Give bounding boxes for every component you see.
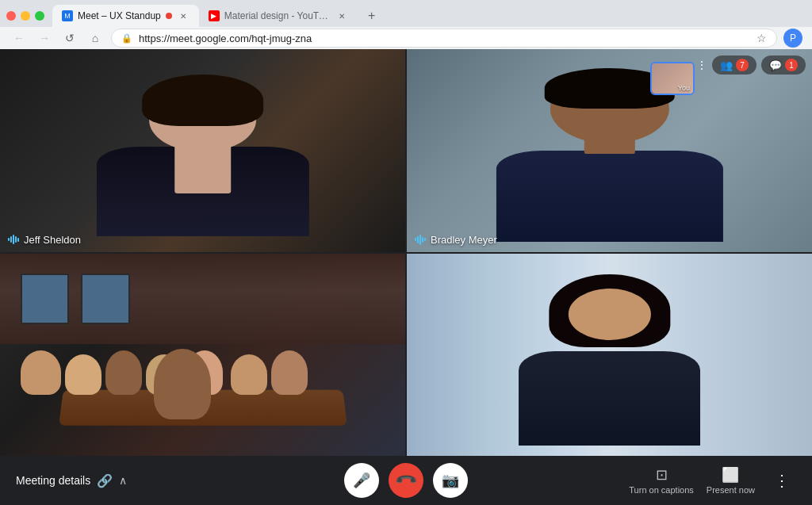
url-bar[interactable]: 🔒 https://meet.google.com/hqt-jmug-zna ☆ xyxy=(111,29,777,48)
end-call-icon: 📞 xyxy=(393,468,418,492)
meet-favicon: M xyxy=(62,10,73,21)
youtube-favicon: ▶ xyxy=(209,10,220,21)
captions-button[interactable]: ⊡ Turn on captions xyxy=(629,466,694,495)
browser-chrome: M Meet – UX Standup ✕ ▶ Material design … xyxy=(0,0,812,49)
minimize-window-button[interactable] xyxy=(21,11,30,21)
chat-icon: 💬 xyxy=(769,59,782,71)
home-button[interactable]: ⌂ xyxy=(86,29,105,48)
bradley-name: Bradley Meyer xyxy=(431,234,497,246)
tab-youtube[interactable]: ▶ Material design - YouTube ✕ xyxy=(199,5,358,27)
recording-indicator xyxy=(166,13,172,19)
bottom-toolbar: Meeting details 🔗 ∧ 🎤 📞 📷 ⊡ Turn on capt… xyxy=(0,456,812,505)
video-tile-jeff: Jeff Sheldon xyxy=(0,49,405,252)
present-label: Present now xyxy=(707,485,755,495)
people-count: 7 xyxy=(736,59,749,71)
link-icon: 🔗 xyxy=(97,473,113,488)
video-tile-group xyxy=(0,254,405,457)
mic-icon: 🎤 xyxy=(353,472,370,489)
meet-video-grid: Jeff Sheldon Bradley Meyer xyxy=(0,49,812,456)
window-controls xyxy=(6,11,44,21)
present-button[interactable]: ⬜ Present now xyxy=(707,466,755,495)
self-view-thumbnail: You xyxy=(650,62,695,95)
more-options-icon[interactable]: ⋮ xyxy=(696,59,707,71)
jeff-name: Jeff Sheldon xyxy=(24,234,81,246)
present-icon: ⬜ xyxy=(722,466,739,484)
reload-button[interactable]: ↺ xyxy=(60,29,79,48)
name-label-bradley: Bradley Meyer xyxy=(415,234,497,246)
captions-icon: ⊡ xyxy=(656,466,668,484)
mic-indicator-jeff xyxy=(8,235,19,244)
bookmark-icon[interactable]: ☆ xyxy=(756,32,767,44)
camera-button[interactable]: 📷 xyxy=(433,463,468,498)
new-tab-button[interactable]: + xyxy=(361,5,383,27)
close-window-button[interactable] xyxy=(6,11,16,21)
mute-button[interactable]: 🎤 xyxy=(344,463,379,498)
right-controls: ⊡ Turn on captions ⬜ Present now ⋮ xyxy=(629,466,796,495)
self-view-label: You xyxy=(678,84,690,92)
chat-button[interactable]: 💬 1 xyxy=(761,55,806,75)
tab-bar: M Meet – UX Standup ✕ ▶ Material design … xyxy=(0,0,812,27)
close-meet-tab[interactable]: ✕ xyxy=(177,10,190,22)
address-bar: ← → ↺ ⌂ 🔒 https://meet.google.com/hqt-jm… xyxy=(0,27,812,49)
people-icon: 👥 xyxy=(720,59,733,71)
youtube-tab-label: Material design - YouTube xyxy=(224,10,331,21)
meeting-details-label: Meeting details xyxy=(16,474,90,487)
lock-icon: 🔒 xyxy=(121,33,132,44)
chat-count: 1 xyxy=(785,59,798,71)
video-tile-female xyxy=(407,254,812,457)
meet-tab-label: Meet – UX Standup xyxy=(78,10,161,21)
end-call-button[interactable]: 📞 xyxy=(389,463,423,498)
profile-avatar[interactable]: P xyxy=(783,29,802,48)
mic-indicator-bradley xyxy=(415,235,426,244)
forward-button[interactable]: → xyxy=(35,29,54,48)
camera-icon: 📷 xyxy=(442,472,459,489)
tab-meet[interactable]: M Meet – UX Standup ✕ xyxy=(52,5,199,27)
people-button[interactable]: 👥 7 xyxy=(712,55,756,75)
center-controls: 🎤 📞 📷 xyxy=(344,463,468,498)
name-label-jeff: Jeff Sheldon xyxy=(8,234,81,246)
meet-controls-overlay: You ⋮ 👥 7 💬 1 xyxy=(696,55,806,75)
captions-label: Turn on captions xyxy=(629,485,694,495)
video-tile-bradley: Bradley Meyer xyxy=(407,49,812,252)
back-button[interactable]: ← xyxy=(10,29,29,48)
chevron-up-icon: ∧ xyxy=(119,474,127,487)
maximize-window-button[interactable] xyxy=(35,11,44,21)
url-text: https://meet.google.com/hqt-jmug-zna xyxy=(139,33,312,44)
more-dots-icon: ⋮ xyxy=(774,471,790,490)
more-button[interactable]: ⋮ xyxy=(768,466,796,495)
close-youtube-tab[interactable]: ✕ xyxy=(335,10,348,22)
meeting-details-section[interactable]: Meeting details 🔗 ∧ xyxy=(16,473,127,488)
